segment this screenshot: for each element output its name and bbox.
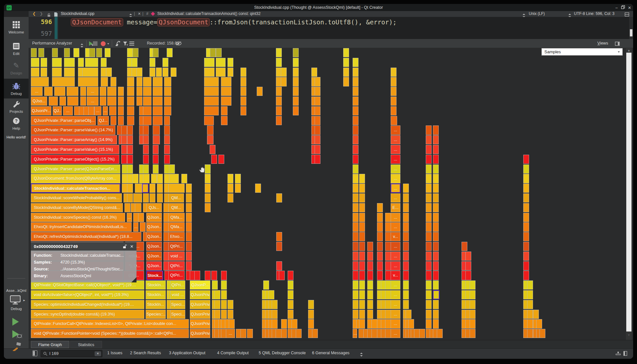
symbol-breadcrumb[interactable]: StockIndividual::calculateTransactionAmo…	[157, 11, 261, 16]
tooltip-field-label: Source:	[34, 266, 60, 273]
tooltip-address: 0x0000000000432749	[34, 244, 78, 249]
recorded-time: Recorded: 158.0s	[147, 41, 179, 46]
pencil-icon: ✎	[4, 61, 29, 70]
tooltip-fold	[131, 277, 136, 282]
sidebar-item-label: Edit	[4, 52, 29, 56]
build-button-hammer-icon[interactable]	[12, 342, 21, 352]
analyzer-mode-selector[interactable]: Performance Analyzer	[32, 41, 72, 46]
close-document-icon[interactable]: ✕	[138, 12, 141, 16]
event-list-icon[interactable]	[129, 42, 134, 46]
output-pane-button[interactable]: 3 Application Output	[169, 351, 205, 355]
tooltip-body: Function:StockIndividual::calculateTrans…	[31, 251, 136, 282]
restore-button[interactable]	[620, 5, 626, 11]
nav-separator2: |	[142, 11, 143, 16]
line-ending-selector[interactable]: Unix (LF)	[529, 11, 545, 16]
tooltip-close-icon[interactable]: ✕	[130, 244, 134, 249]
clear-results-icon[interactable]	[114, 41, 121, 48]
visibility-icon[interactable]	[176, 41, 182, 47]
window-title: StockIndividual.cpp (Thought @ AssessSto…	[0, 5, 637, 10]
symbol-hash-icon: #	[146, 11, 149, 16]
token-qjsondocument-1: QJsonDocument	[71, 18, 123, 26]
sidebar-item-design[interactable]: ✎Design	[4, 61, 29, 75]
open-document-selector[interactable]: StockIndividual.cpp	[61, 11, 94, 16]
hello-world-label: Hello world!	[4, 135, 29, 139]
record-icon[interactable]	[101, 41, 106, 46]
tooltip-row: Function:StockIndividual::calculateTrans…	[34, 252, 136, 259]
scrollbar-up-icon[interactable]: ▲	[626, 49, 632, 52]
output-pane-button[interactable]: 6 General Messages	[312, 351, 349, 355]
debug-run-button[interactable]	[12, 330, 22, 340]
analyzer-tab-bar	[29, 340, 633, 348]
document-icon	[4, 42, 29, 51]
locator-text: l 169	[49, 350, 58, 357]
filter-icon[interactable]	[123, 41, 128, 47]
mouse-cursor-grab-icon	[198, 165, 207, 176]
sidebar-item-label: Welcome	[4, 30, 29, 34]
toolbar-separator-2	[112, 40, 112, 47]
flame-graph-canvas[interactable]	[29, 48, 633, 340]
output-pane-button[interactable]: 5 QML Debugger Console	[259, 351, 306, 355]
sidebar-item-label: Help	[4, 126, 29, 130]
token-qjsondocument-2: QJsonDocument	[157, 18, 210, 26]
sidebar-item-help[interactable]: ?Help	[4, 116, 29, 130]
views-panel-icon[interactable]	[615, 41, 620, 47]
locator-clear-icon[interactable]: ✕	[95, 351, 101, 356]
output-pane-button[interactable]: 4 Compile Output	[217, 351, 249, 355]
sidebar-item-projects[interactable]: Projects	[4, 99, 29, 113]
kit-selector-arrow-icon[interactable]: ▸	[23, 298, 25, 302]
grid-icon	[4, 20, 29, 29]
flame-scrollbar-thumb[interactable]	[626, 53, 631, 332]
analyzer-mode-spinner-icon[interactable]	[81, 42, 84, 48]
sidebar-separator	[7, 278, 25, 279]
tooltip-header[interactable]: 0x0000000000432749 ✕	[31, 242, 136, 251]
tooltip-field-value: ../AssessStockQml/Thought/Stoc...	[60, 266, 123, 273]
wrench-icon	[4, 99, 29, 109]
token-rest: ::fromJson(transactionListJson.toUtf8(),…	[210, 19, 396, 26]
close-button[interactable]: ✕	[627, 5, 632, 11]
nav-back-icon[interactable]: ❮	[32, 11, 36, 16]
tab-statistics[interactable]: Statistics	[70, 341, 102, 348]
output-panel-icon[interactable]	[623, 351, 627, 357]
pane-spinner-icon[interactable]	[360, 351, 363, 357]
line-number-current: 596	[29, 18, 52, 25]
tooltip-field-value: 4720 (15.3%)	[60, 259, 85, 266]
views-label: iews	[600, 41, 608, 46]
sidebar-item-edit[interactable]: Edit	[4, 42, 29, 56]
samples-mode-dropdown[interactable]: Samples	[541, 48, 623, 56]
toolbar-separator-1	[86, 40, 87, 47]
tooltip-row: Binary:AssessStockQml	[34, 273, 136, 280]
nav-forward-icon[interactable]: ❯	[40, 11, 43, 16]
pin-unlock-icon[interactable]	[123, 244, 127, 249]
samples-dropdown-icon	[618, 51, 620, 53]
samples-label: Samples	[544, 49, 561, 54]
progress-icon[interactable]	[616, 351, 621, 357]
minimize-button[interactable]: –	[614, 5, 619, 11]
sidebar-item-debug[interactable]: Debug	[4, 79, 29, 98]
locator-field[interactable]: l 169 ✕	[41, 350, 102, 357]
run-button[interactable]	[12, 318, 19, 326]
scrollbar-down-icon[interactable]: ▼	[626, 333, 632, 337]
output-pane-button[interactable]: 1 Issues	[107, 351, 123, 355]
tooltip-row: Source:../AssessStockQml/Thought/Stoc...	[34, 266, 136, 273]
nav-separator: |	[134, 11, 135, 16]
tab-flame-graph[interactable]: Flame Graph	[31, 341, 69, 348]
toggle-sidebar-icon[interactable]	[32, 350, 37, 356]
code-line-596[interactable]: QJsonDocument message=QJsonDocument::fro…	[71, 19, 396, 26]
sidebar-item-label: Debug	[4, 92, 29, 96]
output-pane-button[interactable]: 2 Search Results	[130, 351, 161, 355]
search-icon	[43, 352, 47, 356]
stop-icon[interactable]	[93, 41, 98, 46]
tooltip-field-label: Function:	[34, 252, 60, 259]
encoding-status[interactable]: UTF-8 Line: 596, Col: 3	[574, 11, 615, 16]
help-icon: ?	[4, 116, 29, 125]
sidebar-item-welcome[interactable]: Welcome	[4, 20, 29, 34]
sidebar-item-label: Design	[4, 71, 29, 75]
kit-name-label: Asse...kQml	[4, 289, 29, 292]
kit-selector-monitor-icon[interactable]	[10, 295, 21, 306]
editor-scrollbar-thumb[interactable]	[630, 29, 632, 36]
views-button[interactable]: Views	[597, 41, 608, 46]
record-dropdown-icon[interactable]	[107, 43, 109, 45]
nav-left-strip	[4, 11, 29, 17]
tooltip-field-label: Samples:	[34, 259, 60, 266]
flame-tooltip: 0x0000000000432749 ✕ Function:StockIndiv…	[31, 242, 136, 282]
